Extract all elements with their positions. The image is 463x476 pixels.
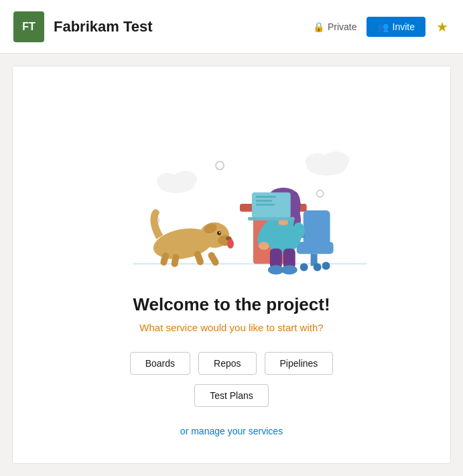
svg-point-16 <box>219 232 220 233</box>
invite-icon: 👥 <box>377 21 389 32</box>
svg-point-37 <box>259 242 269 250</box>
lock-icon: 🔒 <box>313 21 324 32</box>
svg-rect-46 <box>248 217 295 221</box>
illustration-area <box>13 66 450 288</box>
invite-button[interactable]: 👥 Invite <box>367 17 425 37</box>
welcome-illustration <box>13 66 450 288</box>
welcome-section: Welcome to the project! What service wou… <box>103 294 360 436</box>
project-title: Fabrikam Test <box>54 18 153 36</box>
star-icon: ★ <box>436 19 448 34</box>
header-actions: 🔒 Private 👥 Invite ★ <box>313 17 450 37</box>
svg-point-41 <box>281 265 297 275</box>
svg-rect-43 <box>256 196 276 198</box>
welcome-subtitle: What service would you like to start wit… <box>139 322 323 333</box>
svg-rect-26 <box>297 242 334 254</box>
svg-rect-25 <box>304 211 330 247</box>
svg-point-6 <box>306 154 330 170</box>
welcome-title: Welcome to the project! <box>133 294 330 315</box>
svg-rect-44 <box>256 200 272 202</box>
main-content: Welcome to the project! What service wou… <box>12 66 451 464</box>
avatar-initials: FT <box>22 21 36 33</box>
service-buttons-row2: Test Plans <box>194 384 269 407</box>
svg-rect-45 <box>256 204 275 206</box>
boards-button[interactable]: Boards <box>130 352 190 375</box>
svg-point-3 <box>157 173 178 188</box>
private-badge: 🔒 Private <box>313 21 357 32</box>
svg-point-22 <box>227 239 234 249</box>
test-plans-button[interactable]: Test Plans <box>194 384 269 407</box>
pipelines-button[interactable]: Pipelines <box>265 352 334 375</box>
manage-services-link[interactable]: or manage your services <box>180 426 283 436</box>
svg-rect-0 <box>13 67 450 288</box>
svg-point-28 <box>300 263 308 272</box>
svg-point-29 <box>314 263 322 272</box>
svg-point-30 <box>322 262 330 270</box>
repos-button[interactable]: Repos <box>198 352 256 375</box>
service-buttons-row1: Boards Repos Pipelines <box>130 352 334 375</box>
favorite-button[interactable]: ★ <box>435 17 450 36</box>
header: FT Fabrikam Test 🔒 Private 👥 Invite ★ <box>0 0 463 54</box>
project-avatar: FT <box>13 11 44 42</box>
private-label: Private <box>328 21 357 32</box>
svg-point-15 <box>217 231 221 235</box>
invite-label: Invite <box>393 21 415 32</box>
